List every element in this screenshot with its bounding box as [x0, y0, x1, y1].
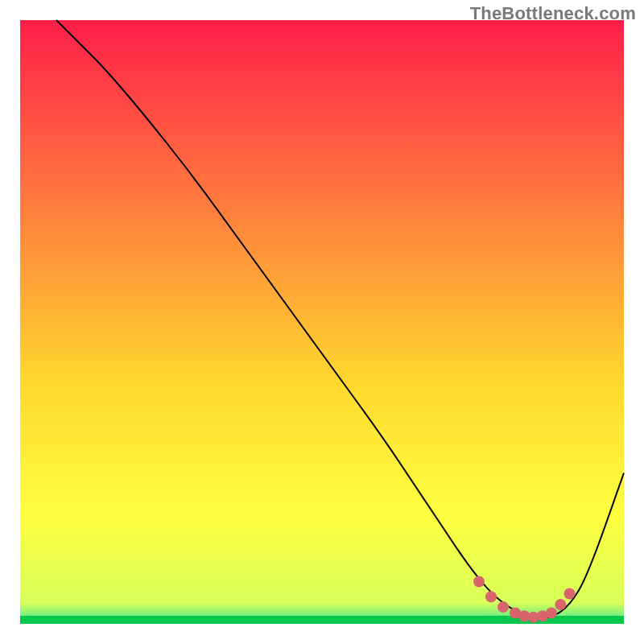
bottleneck-chart [0, 0, 644, 644]
optimal-dot [546, 608, 557, 619]
optimal-dot [473, 576, 485, 588]
optimal-dot [555, 599, 566, 610]
optimal-dot [564, 588, 576, 600]
optimal-dot [485, 591, 497, 602]
optimal-dot [497, 601, 509, 613]
gradient-background [20, 20, 624, 624]
watermark-text: TheBottleneck.com [470, 3, 636, 24]
